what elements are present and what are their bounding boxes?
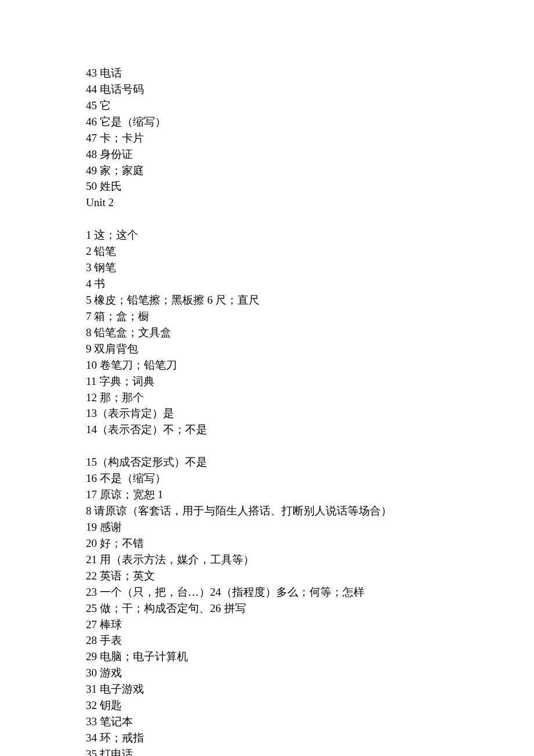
text-line: 27 棒球 <box>86 617 534 633</box>
text-line: 33 笔记本 <box>86 714 534 730</box>
text-line: 9 双肩背包 <box>86 341 534 357</box>
blank-line <box>86 438 534 454</box>
text-line: 25 做；干；构成否定句、26 拼写 <box>86 600 534 617</box>
text-line: 28 手表 <box>86 632 534 649</box>
text-line: 29 电脑；电子计算机 <box>86 649 534 665</box>
text-line: 4 书 <box>86 276 534 292</box>
text-line: 47 卡；卡片 <box>86 130 534 146</box>
text-line: 32 钥匙 <box>86 697 534 714</box>
text-line: 30 游戏 <box>86 665 534 681</box>
text-line: 50 姓氏 <box>86 178 534 195</box>
text-line: 17 原谅；宽恕 1 <box>86 487 534 503</box>
text-line: 31 电子游戏 <box>86 681 534 697</box>
text-line: 45 它 <box>86 98 534 114</box>
text-line: 8 请原谅（客套话，用于与陌生人搭话、打断别人说话等场合） <box>86 503 534 519</box>
text-line: 1 这；这个 <box>86 227 534 243</box>
text-line: 48 身份证 <box>86 146 534 163</box>
text-line: 23 一个（只，把，台…）24（指程度）多么；何等；怎样 <box>86 584 534 600</box>
text-line: 46 它是（缩写） <box>86 114 534 130</box>
text-line: 14（表示否定）不；不是 <box>86 422 534 438</box>
text-line: Unit 2 <box>86 195 534 211</box>
text-line: 44 电话号码 <box>86 81 534 98</box>
text-line: 21 用（表示方法，媒介，工具等） <box>86 552 534 568</box>
text-line: 12 那；那个 <box>86 390 534 406</box>
text-line: 2 铅笔 <box>86 243 534 260</box>
text-line: 15（构成否定形式）不是 <box>86 454 534 470</box>
text-line: 5 橡皮；铅笔擦；黑板擦 6 尺；直尺 <box>86 292 534 308</box>
text-line: 13（表示肯定）是 <box>86 405 534 422</box>
text-line: 7 箱；盒；橱 <box>86 308 534 325</box>
text-line: 8 铅笔盒；文具盒 <box>86 325 534 341</box>
text-line: 43 电话 <box>86 65 534 81</box>
text-line: 16 不是（缩写） <box>86 470 534 487</box>
text-line: 49 家；家庭 <box>86 163 534 179</box>
blank-line <box>86 211 534 227</box>
text-line: 3 钢笔 <box>86 260 534 276</box>
text-line: 34 环；戒指 <box>86 730 534 746</box>
text-line: 20 好；不错 <box>86 535 534 552</box>
text-line: 19 感谢 <box>86 519 534 535</box>
text-line: 10 卷笔刀；铅笔刀 <box>86 357 534 373</box>
text-line: 22 英语；英文 <box>86 568 534 584</box>
document-content: 43 电话44 电话号码45 它46 它是（缩写）47 卡；卡片48 身份证49… <box>86 65 534 756</box>
text-line: 35 打电话 <box>86 746 534 756</box>
text-line: 11 字典；词典 <box>86 373 534 390</box>
